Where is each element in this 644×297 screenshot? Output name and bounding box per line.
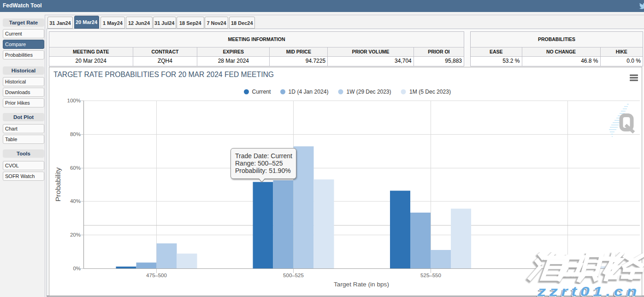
- svg-text:1M (5 Dec 2023): 1M (5 Dec 2023): [409, 89, 451, 95]
- svg-text:Current: Current: [252, 89, 272, 95]
- svg-text:zzrt01.cn: zzrt01.cn: [537, 284, 640, 297]
- svg-text:500–525: 500–525: [283, 273, 304, 278]
- svg-text:Probability: Probability: [54, 167, 62, 202]
- svg-text:0%: 0%: [73, 266, 81, 271]
- svg-text:100%: 100%: [67, 98, 81, 103]
- svg-text:Target Rate (in bps): Target Rate (in bps): [334, 281, 389, 288]
- svg-text:40%: 40%: [70, 198, 81, 204]
- svg-text:60%: 60%: [70, 165, 81, 171]
- svg-text:475–500: 475–500: [146, 273, 167, 278]
- svg-text:80%: 80%: [70, 131, 81, 137]
- svg-text:1D (4 Jan 2024): 1D (4 Jan 2024): [289, 89, 329, 95]
- svg-text:20%: 20%: [70, 232, 81, 238]
- svg-text:525–550: 525–550: [420, 273, 441, 278]
- svg-text:TARGET RATE PROBABILITIES FOR: TARGET RATE PROBABILITIES FOR 20 MAR 202…: [53, 71, 274, 78]
- svg-text:1W (29 Dec 2023): 1W (29 Dec 2023): [347, 89, 391, 95]
